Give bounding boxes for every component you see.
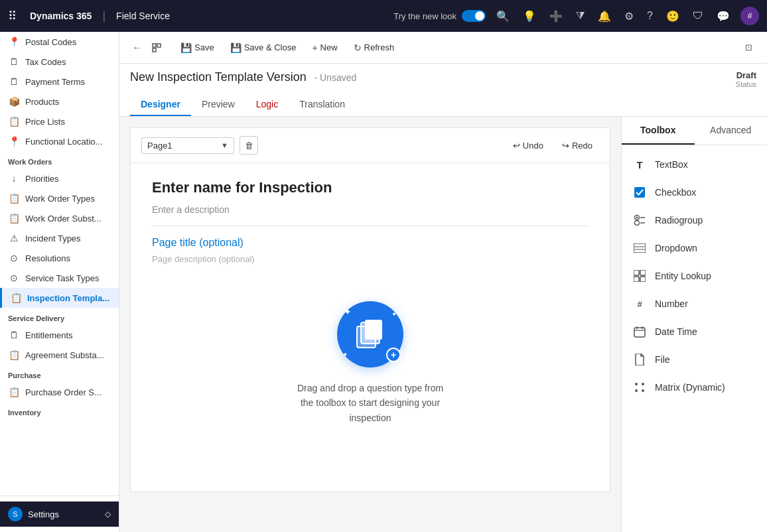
toolbar-icon-button[interactable]: ⊡ [738,37,759,58]
top-navigation: ⠿ Dynamics 365 | Field Service Try the n… [0,0,767,32]
try-look-toggle[interactable] [462,10,486,22]
sidebar-item-service-task-types[interactable]: ⊙ Service Task Types [0,268,119,288]
new-button[interactable]: + New [305,38,344,57]
sidebar-item-resolutions[interactable]: ⊙ Resolutions [0,248,119,268]
datetime-icon [632,324,647,339]
sparkle-icon-tl: ✦ [344,306,352,317]
sidebar-item-tax-codes[interactable]: 🗒 Tax Codes [0,52,119,72]
sparkle-icon-tr: ✦ [391,310,397,318]
question-icon[interactable]: ? [644,7,656,25]
plus-icon[interactable]: ➕ [547,7,565,25]
sidebar-item-entitlements[interactable]: 🗒 Entitlements [0,325,119,345]
user-avatar[interactable]: # [740,7,759,25]
sidebar-item-work-order-subst[interactable]: 📋 Work Order Subst... [0,208,119,228]
chat-icon[interactable]: 💬 [714,7,732,25]
sidebar-group-work-orders: Work Orders ↓ Priorities 📋 Work Order Ty… [0,151,119,308]
tab-designer[interactable]: Designer [130,94,191,116]
form-divider [152,226,589,226]
arrow-down-icon: ↓ [8,173,20,184]
svg-point-23 [635,383,638,385]
svg-rect-12 [634,243,646,253]
sidebar-item-functional-locations[interactable]: 📍 Functional Locatio... [0,131,119,151]
toolbox-item-file[interactable]: File [622,346,767,373]
tab-preview[interactable]: Preview [191,94,245,116]
page-desc-field[interactable]: Page description (optional) [152,254,589,264]
toolbox-item-textbox[interactable]: T TextBox [622,151,767,178]
toolbox-item-datetime[interactable]: Date Time [622,318,767,346]
bell-icon[interactable]: 🔔 [595,7,614,25]
smiley-icon[interactable]: 🙂 [663,7,682,25]
toolbox-item-matrix[interactable]: Matrix (Dynamic) [622,373,767,401]
page-title-field[interactable]: Page title (optional) [152,237,589,249]
sidebar-item-postal-codes[interactable]: 📍 Postal Codes [0,32,119,52]
sidebar-item-payment-terms[interactable]: 🗒 Payment Terms [0,72,119,92]
delete-page-button[interactable]: 🗑 [240,136,258,155]
toolbox-item-radiogroup[interactable]: Radiogroup [622,206,767,234]
waffle-icon[interactable]: ⠿ [8,9,17,23]
page-select-dropdown[interactable]: Page1 ▼ [141,137,234,154]
canvas-toolbar: Page1 ▼ 🗑 ↩ Undo ↪ Redo [131,128,610,163]
toolbox-item-entity-lookup[interactable]: Entity Lookup [622,262,767,290]
sidebar-item-incident-types[interactable]: ⚠ Incident Types [0,228,119,248]
refresh-button[interactable]: ↻ Refresh [347,38,401,57]
toolbox-item-dropdown[interactable]: Dropdown [622,234,767,262]
sidebar-group-inventory: Inventory [0,402,119,419]
sidebar-item-inspection-templates[interactable]: 📋 Inspection Templa... [0,288,119,308]
entitlement-icon: 🗒 [8,330,20,340]
page-select-value: Page1 [147,141,218,151]
svg-rect-17 [634,277,639,282]
list-icon: 📋 [8,116,20,127]
receipt-icon: 🗒 [8,76,20,87]
radiogroup-icon [632,213,647,228]
settings-item[interactable]: S Settings ◇ [0,501,119,527]
sidebar-item-products[interactable]: 📦 Products [0,92,119,111]
undo-icon: ↩ [513,141,520,151]
agreement-icon: 📋 [8,350,20,360]
service-delivery-group-title: Service Delivery [0,308,119,325]
toolbox-item-checkbox[interactable]: Checkbox [622,178,767,206]
page-select-arrow-icon: ▼ [221,141,228,149]
funnel-icon[interactable]: ⧩ [573,7,587,25]
canvas-area: Page1 ▼ 🗑 ↩ Undo ↪ Redo [119,117,621,532]
svg-point-8 [636,217,638,219]
sidebar-item-purchase-order[interactable]: 📋 Purchase Order S... [0,382,119,402]
template-icon: 📋 [10,293,22,303]
plus-circle-icon: + [386,348,401,362]
number-icon: # [632,297,647,311]
try-new-look: Try the new look [393,10,486,22]
toolbox-tab-toolbox[interactable]: Toolbox [622,117,695,145]
sidebar: 📍 Postal Codes 🗒 Tax Codes 🗒 Payment Ter… [0,32,119,532]
shield-icon[interactable]: 🛡 [690,7,706,25]
undo-button[interactable]: ↩ Undo [506,137,550,154]
sidebar-item-agreement-subst[interactable]: 📋 Agreement Substa... [0,345,119,365]
page-status-value: Draft [736,70,756,80]
entity-lookup-icon [632,269,647,283]
gear-icon[interactable]: ⚙ [622,7,636,25]
sidebar-item-work-order-types[interactable]: 📋 Work Order Types [0,188,119,208]
toolbox-tab-advanced[interactable]: Advanced [695,117,768,145]
expand-button[interactable] [147,38,166,57]
inspection-form: Enter name for Inspection Enter a descri… [131,163,610,462]
save-button[interactable]: 💾 Save [174,38,221,57]
inspection-description[interactable]: Enter a description [152,204,589,215]
toolbox-item-number[interactable]: # Number [622,290,767,318]
tab-logic[interactable]: Logic [245,94,289,116]
save-close-button[interactable]: 💾 Save & Close [224,38,303,57]
page-unsaved-indicator: - Unsaved [314,72,356,83]
settings-avatar: S [8,507,23,521]
dropdown-icon [632,241,647,255]
inspection-title[interactable]: Enter name for Inspection [152,179,589,196]
lightbulb-icon[interactable]: 💡 [520,7,539,25]
page-title-row: New Inspection Template Version - Unsave… [130,70,756,88]
settings-expand-icon: ◇ [105,509,111,519]
matrix-icon [632,380,647,395]
redo-button[interactable]: ↪ Redo [555,137,599,154]
warning-icon: ⚠ [8,233,20,243]
svg-point-25 [635,389,638,392]
svg-rect-0 [153,44,156,47]
tab-translation[interactable]: Translation [289,94,356,116]
search-icon[interactable]: 🔍 [494,7,512,25]
sidebar-item-priorities[interactable]: ↓ Priorities [0,168,119,188]
sidebar-item-price-lists[interactable]: 📋 Price Lists [0,111,119,131]
back-button[interactable]: ← [127,38,146,57]
